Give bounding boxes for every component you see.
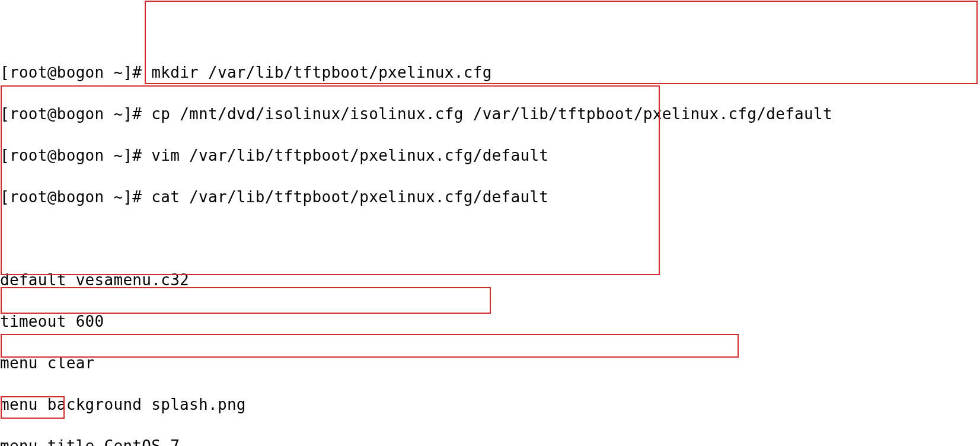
command-text: mkdir /var/lib/tftpboot/pxelinux.cfg — [151, 63, 491, 81]
command-text: cat /var/lib/tftpboot/pxelinux.cfg/defau… — [151, 188, 548, 206]
cfg-line: menu background splash.png — [0, 394, 980, 415]
cfg-line: menu clear — [0, 353, 980, 374]
highlight-box-ls-command — [1, 287, 491, 314]
command-text: cp /mnt/dvd/isolinux/isolinux.cfg /var/l… — [151, 105, 832, 123]
shell-prompt: [root@bogon ~]# — [0, 105, 151, 123]
terminal-area[interactable]: [root@bogon ~]# mkdir /var/lib/tftpboot/… — [0, 0, 980, 446]
cmd-line-vim: [root@bogon ~]# vim /var/lib/tftpboot/px… — [0, 145, 980, 166]
shell-prompt: [root@bogon ~]# — [0, 188, 151, 206]
cmd-line-cat: [root@bogon ~]# cat /var/lib/tftpboot/px… — [0, 187, 980, 208]
shell-prompt: [root@bogon ~]# — [0, 63, 151, 81]
cmd-line-cp: [root@bogon ~]# cp /mnt/dvd/isolinux/iso… — [0, 104, 980, 125]
command-text: vim /var/lib/tftpboot/pxelinux.cfg/defau… — [151, 146, 548, 164]
cfg-line: timeout 600 — [0, 311, 980, 332]
cfg-line: menu title CentOS 7 — [0, 436, 980, 446]
cmd-line-mkdir: [root@bogon ~]# mkdir /var/lib/tftpboot/… — [0, 62, 980, 83]
shell-prompt: [root@bogon ~]# — [0, 146, 151, 164]
cfg-line: default vesamenu.c32 — [0, 270, 980, 291]
